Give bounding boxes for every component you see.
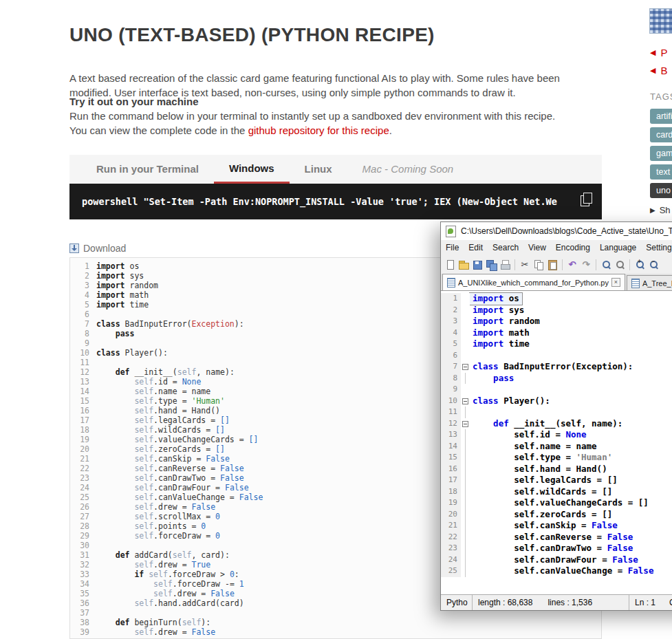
fold-line: [465, 464, 466, 475]
copy-toolbar-icon[interactable]: [532, 259, 545, 271]
menu-search[interactable]: Search: [488, 243, 523, 252]
editor-line: 18 self.wildCards = []: [441, 486, 672, 498]
triangle-left-icon: ◀: [650, 48, 655, 57]
code-line: 39 self.drew = False: [70, 627, 601, 637]
save-all-icon[interactable]: [485, 259, 497, 271]
cut-icon[interactable]: ✂: [519, 259, 531, 271]
editor-line: 4import math: [441, 327, 672, 339]
sidebar-link-1-label: P: [660, 47, 667, 58]
download-link[interactable]: Download: [69, 243, 126, 254]
editor-tab-inactive[interactable]: A_Tree_Finde: [627, 275, 672, 290]
editor-line: 10class Player():: [441, 396, 672, 407]
notepad-app-icon: [446, 226, 456, 237]
editor-line: 11: [441, 407, 672, 418]
terminal-command-box: powershell "Set-Item -Path Env:NOPROMPT_…: [69, 184, 602, 219]
terminal-command: powershell "Set-Item -Path Env:NOPROMPT_…: [82, 196, 557, 207]
install-tabbar: Run in your Terminal Windows Linux Mac -…: [69, 155, 602, 184]
replace-icon[interactable]: [614, 259, 626, 271]
fold-line: [465, 497, 466, 509]
tag-game[interactable]: gam: [650, 146, 672, 161]
minus-glyph: −: [651, 259, 655, 265]
try-heading: Try it out on your machine: [69, 96, 199, 107]
github-repo-link[interactable]: github repository for this recipe: [248, 124, 389, 136]
tag-text[interactable]: text: [650, 164, 672, 180]
status-doctype: Pytho: [441, 595, 473, 610]
close-icon[interactable]: ×: [611, 278, 620, 287]
user-avatar[interactable]: [649, 8, 672, 34]
show-more-link[interactable]: ▶ Sh: [650, 205, 671, 215]
tag-cards[interactable]: cards: [650, 127, 672, 142]
download-icon: [69, 243, 79, 253]
editor-line: 16 self.hand = Hand(): [441, 464, 672, 475]
notepad-title: C:\Users\Dell\Downloads\blogs\Code_Activ…: [461, 226, 672, 236]
editor-area[interactable]: 1import os2import sys3import random4impo…: [441, 291, 672, 594]
print-icon[interactable]: [499, 259, 511, 271]
menu-encoding[interactable]: Encoding: [551, 243, 595, 252]
menu-language[interactable]: Language: [595, 243, 641, 252]
view-code-prefix: You can view the complete code in the: [69, 124, 248, 136]
zoom-out-icon[interactable]: −: [647, 259, 660, 271]
notepad-titlebar[interactable]: C:\Users\Dell\Downloads\blogs\Code_Activ…: [441, 222, 672, 240]
save-icon[interactable]: [471, 259, 484, 271]
editor-line: 9: [441, 384, 672, 396]
view-code-suffix: .: [389, 124, 392, 136]
find-icon[interactable]: [600, 259, 612, 271]
status-lines: lines : 1,536: [548, 598, 592, 607]
menu-file[interactable]: File: [441, 243, 464, 252]
editor-line: 21 self.canSkip = False: [441, 520, 672, 532]
menu-view[interactable]: View: [523, 243, 551, 252]
copy-icon[interactable]: [581, 195, 589, 206]
status-position: Ln : 1 Col : 1: [629, 595, 672, 610]
editor-line: 13 self.id = None: [441, 429, 672, 441]
redo-icon[interactable]: ↷: [580, 259, 592, 271]
tab-windows[interactable]: Windows: [214, 155, 290, 184]
menu-settings[interactable]: Settings: [641, 243, 672, 252]
editor-line: 19 self.valueChangeCards = []: [441, 497, 672, 509]
fold-line: [465, 486, 466, 498]
paste-icon[interactable]: [546, 259, 559, 271]
editor-line: 7class BadInputError(Exception):: [441, 361, 672, 373]
status-length: length : 68,638: [478, 598, 532, 607]
editor-tab-label: A_UNIXlike_which_command_for_Python.py: [458, 279, 609, 287]
editor-line: 24 self.canDrawFour = False: [441, 554, 672, 566]
editor-line: 1import os: [441, 293, 672, 305]
tab-linux[interactable]: Linux: [290, 155, 347, 184]
fold-line: [465, 407, 466, 418]
editor-line: 22 self.canReverse = False: [441, 532, 672, 543]
editor-line: 12 def __init__(self, name):: [441, 418, 672, 430]
menu-edit[interactable]: Edit: [464, 243, 488, 252]
sidebar-link-2-label: B: [660, 65, 667, 76]
fold-line: [465, 543, 466, 554]
tags-heading: TAGS: [650, 91, 672, 102]
sidebar-link-2[interactable]: ◀ B: [650, 65, 667, 76]
fold-line: [465, 452, 466, 464]
tags-list: artifi cards gam text uno: [650, 109, 672, 198]
sidebar-link-1[interactable]: ◀ P: [650, 47, 667, 58]
open-folder-icon[interactable]: [457, 259, 470, 271]
undo-icon[interactable]: ↶: [566, 259, 578, 271]
status-length-lines: length : 68,638 lines : 1,536: [473, 595, 629, 610]
toolbar-separator: [629, 259, 630, 270]
editor-tab-active[interactable]: A_UNIXlike_which_command_for_Python.py ×: [442, 274, 625, 290]
notepad-toolbar: ✂ ↶ ↷ + −: [441, 255, 672, 274]
tab-run-in-terminal[interactable]: Run in your Terminal: [81, 155, 214, 184]
editor-lines: 1import os2import sys3import random4impo…: [441, 293, 672, 577]
page-title: UNO (TEXT-BASED) (PYTHON RECIPE): [69, 24, 435, 46]
fold-line: [465, 532, 466, 543]
fold-line: [465, 441, 466, 453]
tag-uno[interactable]: uno: [650, 183, 672, 198]
download-label: Download: [83, 243, 126, 254]
triangle-right-icon: ▶: [650, 206, 655, 214]
file-icon: [631, 279, 640, 288]
fold-collapse-icon[interactable]: [462, 398, 468, 404]
new-file-icon[interactable]: [444, 259, 456, 271]
view-code-line: You can view the complete code in the gi…: [69, 124, 392, 136]
tag-artificial[interactable]: artifi: [650, 109, 672, 124]
file-icon: [447, 278, 455, 288]
zoom-in-icon[interactable]: +: [633, 259, 646, 271]
editor-line: 23 self.canDrawTwo = False: [441, 543, 672, 554]
fold-collapse-icon[interactable]: [462, 421, 468, 427]
fold-collapse-icon[interactable]: [462, 364, 468, 370]
editor-line: 6: [441, 350, 672, 362]
editor-line: 2import sys: [441, 305, 672, 316]
